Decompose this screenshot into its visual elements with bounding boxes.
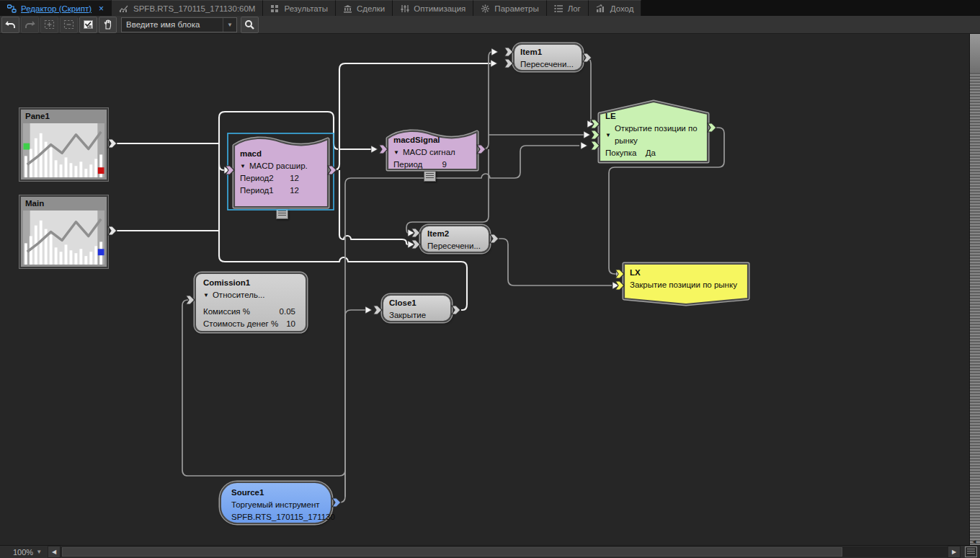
dropdown-value: MACD сигнал: [403, 146, 455, 159]
dropdown-value: Открытие позиции по рынку: [615, 123, 702, 147]
tab-label: Параметры: [494, 4, 538, 13]
param-name: Стоимость денег %: [203, 318, 278, 330]
dropdown-value: MACD расшир.: [249, 160, 308, 172]
results-icon: [270, 4, 280, 13]
validate-icon: [83, 19, 94, 30]
block-title: Source1: [231, 487, 325, 499]
redo-button: [21, 17, 39, 33]
wire[interactable]: [492, 239, 612, 285]
wires-layer: [0, 0, 980, 558]
wire[interactable]: [219, 164, 224, 170]
tab-spfb-rts-170115-171130-60m[interactable]: SPFB.RTS_170115_171130:60M: [112, 0, 263, 16]
chart-icon: [119, 4, 129, 13]
tab-label: Лог: [568, 4, 581, 13]
block-dropdown[interactable]: ▼Открытие позиции по рынку: [605, 123, 702, 147]
income-icon: [596, 4, 606, 13]
block-source1[interactable]: Source1Торгуемый инструментSPFB.RTS_1701…: [220, 482, 332, 524]
block-list-icon[interactable]: [276, 208, 288, 219]
toolbar-buttons: [1, 17, 117, 33]
block-lx[interactable]: LXЗакрытие позиции по рынку: [620, 260, 752, 309]
dropdown-caret-icon: ▼: [240, 160, 246, 172]
optimization-icon: [400, 4, 409, 13]
pan-button[interactable]: [99, 17, 117, 33]
log-icon: [554, 4, 564, 13]
tab-оптимизация[interactable]: Оптимизация: [393, 0, 473, 16]
settings-icon: [481, 4, 490, 13]
undo-icon: [5, 19, 16, 30]
search-icon: [244, 19, 254, 30]
hscroll-left-button[interactable]: ◀: [48, 546, 61, 558]
block-title: Item1: [520, 46, 576, 58]
tab-label: Сделки: [357, 4, 385, 13]
dropdown-caret-icon: ▼: [605, 129, 611, 141]
panel-splitter[interactable]: ◄ ◄: [969, 22, 980, 546]
hscroll-track[interactable]: [61, 546, 948, 557]
wire[interactable]: [339, 170, 408, 244]
block-text: Close1Закрытие: [383, 296, 450, 321]
param-value: 0.05: [280, 306, 295, 318]
wire[interactable]: [345, 146, 579, 497]
pane-block-pane1[interactable]: Pane1: [19, 108, 108, 181]
block-list-icon[interactable]: [424, 171, 436, 182]
zoom-dropdown-icon[interactable]: ▼: [36, 549, 48, 555]
dropdown-caret-icon: ▼: [393, 146, 399, 159]
wire[interactable]: [584, 58, 591, 124]
block-subtitle: Торгуемый инструмент: [231, 499, 325, 511]
zoom-in-selection-icon: [44, 19, 55, 30]
tab-close-icon[interactable]: ×: [99, 4, 104, 14]
block-dropdown[interactable]: ▼Относитель...: [203, 289, 298, 301]
block-item1[interactable]: Item1Пересечени...: [513, 43, 583, 71]
block-text: Comission1▼Относитель...Комиссия %0.05Ст…: [196, 274, 306, 331]
zoom-out-selection-icon: [63, 19, 74, 30]
tab-параметры[interactable]: Параметры: [473, 0, 546, 16]
tab-bar: Редактор (Скрипт)×SPFB.RTS_170115_171130…: [0, 0, 980, 16]
block-title: macd: [240, 148, 322, 160]
block-le[interactable]: LE▼Открытие позиции по рынкуПокупкаДа: [595, 97, 712, 166]
tab-доход[interactable]: Доход: [589, 0, 642, 16]
block-search-input[interactable]: [122, 20, 223, 29]
block-dropdown[interactable]: ▼MACD сигнал: [393, 146, 471, 159]
block-macdSignal[interactable]: macdSignal▼MACD сигналПериод9: [383, 124, 481, 174]
param-value: Да: [646, 147, 656, 159]
block-subtitle: Пересечени...: [427, 240, 483, 252]
block-text: macdSignal▼MACD сигналПериод9: [383, 124, 481, 174]
undo-button[interactable]: [1, 17, 19, 33]
block-title: Comission1: [203, 277, 298, 289]
redo-icon: [24, 19, 35, 30]
block-subtitle: Закрытие: [389, 309, 445, 322]
block-title: LX: [630, 267, 742, 279]
block-macd[interactable]: macd▼MACD расшир.Период212Период112: [230, 131, 332, 211]
resize-grip-icon: [965, 546, 977, 557]
block-comission1[interactable]: Comission1▼Относитель...Комиссия %0.05Ст…: [195, 273, 307, 332]
hscroll-right-button[interactable]: ▶: [948, 546, 961, 558]
tab-сделки[interactable]: Сделки: [336, 0, 393, 16]
deals-icon: [343, 4, 352, 13]
script-canvas[interactable]: Pane1Mainmacd▼MACD расшир.Период212Перио…: [0, 0, 980, 558]
pane-title: Pane1: [21, 110, 107, 123]
block-subtitle-2: SPFB.RTS_170115_171130: [231, 511, 325, 523]
validate-button[interactable]: [79, 17, 97, 33]
block-title: Close1: [389, 297, 445, 309]
block-dropdown[interactable]: ▼MACD расшир.: [240, 160, 322, 172]
param-value: 12: [290, 172, 299, 185]
tab-результаты[interactable]: Результаты: [263, 0, 336, 16]
tab-редактор-скрипт-[interactable]: Редактор (Скрипт)×: [0, 0, 112, 16]
hscroll-thumb[interactable]: [62, 547, 842, 557]
block-text: macd▼MACD расшир.Период212Период112: [230, 131, 332, 211]
combo-dropdown-icon[interactable]: ▼: [223, 18, 236, 32]
param-value: 12: [290, 185, 299, 197]
zoom-out-selection-button: [60, 17, 78, 33]
pane-chart: [23, 123, 104, 177]
block-subtitle: Закрытие позиции по рынку: [630, 279, 742, 291]
search-button[interactable]: [241, 17, 259, 33]
block-param-row: Комиссия %0.05: [203, 306, 298, 318]
dropdown-caret-icon: ▼: [203, 289, 209, 301]
pane-block-main[interactable]: Main: [19, 195, 108, 268]
tab-лог[interactable]: Лог: [547, 0, 589, 16]
block-close1[interactable]: Close1Закрытие: [382, 294, 452, 322]
wire[interactable]: [334, 310, 365, 502]
zoom-level[interactable]: 100%: [0, 548, 36, 557]
tab-label: Доход: [610, 4, 634, 13]
block-item2[interactable]: Item2Пересечени...: [420, 225, 490, 253]
param-value: 10: [286, 318, 295, 330]
